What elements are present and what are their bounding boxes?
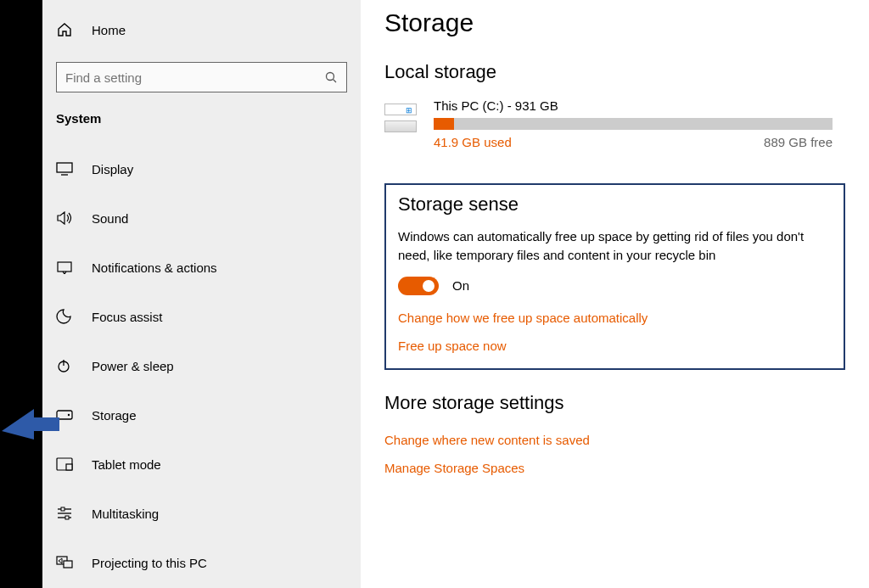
home-icon: [56, 21, 75, 38]
display-icon: [56, 162, 75, 176]
toggle-knob: [423, 280, 434, 292]
more-settings-heading: More storage settings: [384, 392, 845, 414]
disk-row[interactable]: ⊞ This PC (C:) - 931 GB 41.9 GB used 889…: [384, 98, 845, 149]
toggle-state-label: On: [452, 278, 469, 293]
sound-icon: [56, 211, 75, 225]
multitasking-icon: [56, 507, 75, 520]
storage-sense-section: Storage sense Windows can automatically …: [384, 183, 845, 370]
black-bar: [0, 0, 42, 588]
svg-point-8: [68, 414, 70, 416]
disk-icon: ⊞: [384, 104, 418, 132]
disk-usage-fill: [434, 118, 454, 130]
sidebar-section-label: System: [56, 111, 347, 126]
disk-name: This PC (C:) - 931 GB: [434, 98, 845, 113]
svg-rect-4: [58, 262, 71, 272]
svg-rect-10: [66, 464, 72, 470]
sidebar-item-focus-assist[interactable]: Focus assist: [56, 297, 347, 336]
disk-usage-bar: [434, 118, 833, 130]
svg-point-0: [327, 73, 334, 81]
notifications-icon: [56, 260, 75, 274]
home-nav[interactable]: Home: [56, 13, 347, 47]
sidebar-item-projecting[interactable]: Projecting to this PC: [56, 543, 347, 582]
sidebar-item-label: Focus assist: [92, 310, 162, 324]
sidebar-item-label: Projecting to this PC: [92, 556, 207, 570]
svg-rect-15: [65, 516, 69, 519]
svg-rect-2: [57, 163, 72, 172]
sidebar-item-label: Tablet mode: [92, 457, 161, 472]
link-change-where-saved[interactable]: Change where new content is saved: [384, 433, 845, 447]
sidebar-item-label: Storage: [92, 408, 137, 423]
sidebar-item-label: Multitasking: [92, 507, 159, 521]
svg-rect-17: [64, 561, 72, 568]
storage-sense-heading: Storage sense: [398, 193, 832, 216]
svg-rect-7: [57, 411, 72, 419]
projecting-icon: [56, 556, 75, 569]
more-storage-settings: More storage settings Change where new c…: [384, 392, 845, 475]
storage-icon: [56, 410, 75, 420]
storage-sense-toggle[interactable]: [398, 277, 439, 295]
home-label: Home: [92, 23, 126, 37]
search-icon: [324, 70, 338, 84]
focus-assist-icon: [56, 309, 75, 324]
sidebar-item-multitasking[interactable]: Multitasking: [56, 494, 347, 533]
link-free-up-now[interactable]: Free up space now: [398, 339, 832, 353]
link-change-free-up[interactable]: Change how we free up space automaticall…: [398, 311, 832, 325]
sidebar-item-sound[interactable]: Sound: [56, 199, 347, 238]
storage-sense-description: Windows can automatically free up space …: [398, 227, 832, 265]
search-input[interactable]: [65, 70, 324, 85]
power-icon: [56, 358, 75, 373]
sidebar-item-notifications[interactable]: Notifications & actions: [56, 248, 347, 287]
sidebar-item-label: Sound: [92, 211, 128, 226]
disk-used-label: 41.9 GB used: [434, 135, 512, 149]
local-storage-heading: Local storage: [384, 61, 845, 83]
disk-free-label: 889 GB free: [764, 135, 833, 149]
sidebar-item-tablet-mode[interactable]: Tablet mode: [56, 445, 347, 484]
svg-line-1: [334, 80, 337, 83]
sidebar-item-power-sleep[interactable]: Power & sleep: [56, 346, 347, 385]
sidebar-item-label: Notifications & actions: [92, 260, 217, 275]
sidebar-item-label: Display: [92, 162, 133, 176]
svg-rect-14: [61, 507, 64, 511]
settings-sidebar: Home System Display Sound Notifications …: [42, 0, 361, 588]
disk-info: This PC (C:) - 931 GB 41.9 GB used 889 G…: [434, 98, 845, 149]
page-title: Storage: [384, 8, 845, 37]
sidebar-item-label: Power & sleep: [92, 359, 174, 373]
content-area: Storage Local storage ⊞ This PC (C:) - 9…: [361, 0, 869, 588]
sidebar-item-display[interactable]: Display: [56, 149, 347, 188]
sidebar-item-storage[interactable]: Storage: [56, 395, 347, 434]
tablet-mode-icon: [56, 457, 75, 471]
link-manage-storage-spaces[interactable]: Manage Storage Spaces: [384, 461, 845, 475]
search-box[interactable]: [56, 62, 347, 92]
